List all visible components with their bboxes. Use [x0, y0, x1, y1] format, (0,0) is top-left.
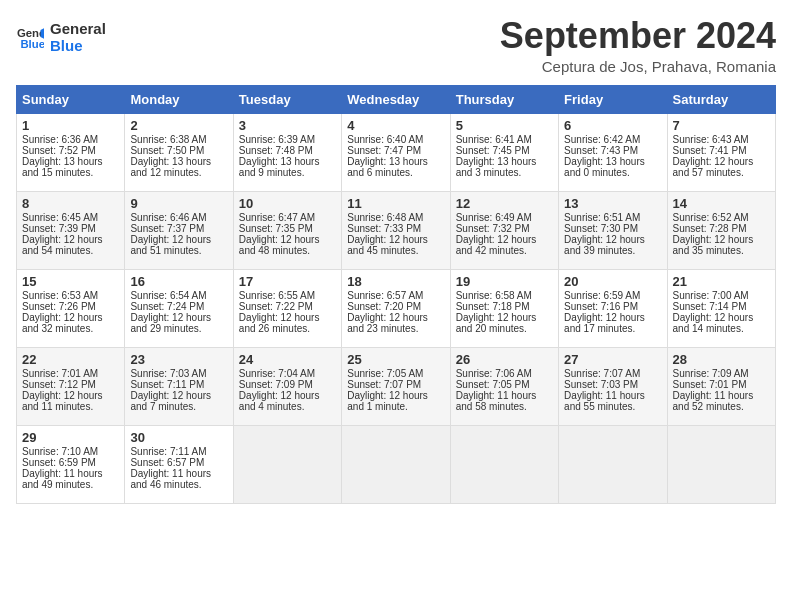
day-number: 28 — [673, 352, 770, 367]
table-cell — [450, 425, 558, 503]
day-number: 11 — [347, 196, 444, 211]
table-cell: 15Sunrise: 6:53 AMSunset: 7:26 PMDayligh… — [17, 269, 125, 347]
day-info: Sunrise: 6:58 AM — [456, 290, 553, 301]
day-info: Daylight: 12 hours — [130, 312, 227, 323]
day-info: Sunrise: 7:03 AM — [130, 368, 227, 379]
day-info: and 48 minutes. — [239, 245, 336, 256]
table-cell: 6Sunrise: 6:42 AMSunset: 7:43 PMDaylight… — [559, 113, 667, 191]
day-info: Daylight: 12 hours — [673, 312, 770, 323]
day-info: Sunrise: 7:01 AM — [22, 368, 119, 379]
table-cell: 12Sunrise: 6:49 AMSunset: 7:32 PMDayligh… — [450, 191, 558, 269]
day-info: Daylight: 13 hours — [239, 156, 336, 167]
day-info: Sunrise: 6:36 AM — [22, 134, 119, 145]
day-number: 19 — [456, 274, 553, 289]
day-info: Sunrise: 6:52 AM — [673, 212, 770, 223]
day-info: and 20 minutes. — [456, 323, 553, 334]
day-info: Sunset: 7:26 PM — [22, 301, 119, 312]
table-cell: 26Sunrise: 7:06 AMSunset: 7:05 PMDayligh… — [450, 347, 558, 425]
day-number: 9 — [130, 196, 227, 211]
day-info: Sunrise: 7:06 AM — [456, 368, 553, 379]
table-row: 15Sunrise: 6:53 AMSunset: 7:26 PMDayligh… — [17, 269, 776, 347]
day-info: Daylight: 12 hours — [22, 390, 119, 401]
table-cell: 18Sunrise: 6:57 AMSunset: 7:20 PMDayligh… — [342, 269, 450, 347]
table-cell: 2Sunrise: 6:38 AMSunset: 7:50 PMDaylight… — [125, 113, 233, 191]
table-cell: 25Sunrise: 7:05 AMSunset: 7:07 PMDayligh… — [342, 347, 450, 425]
header-row: Sunday Monday Tuesday Wednesday Thursday… — [17, 85, 776, 113]
day-info: Sunset: 7:28 PM — [673, 223, 770, 234]
table-row: 22Sunrise: 7:01 AMSunset: 7:12 PMDayligh… — [17, 347, 776, 425]
day-info: Sunrise: 6:41 AM — [456, 134, 553, 145]
day-number: 12 — [456, 196, 553, 211]
day-info: Sunset: 7:48 PM — [239, 145, 336, 156]
day-info: Sunset: 7:18 PM — [456, 301, 553, 312]
day-info: Sunset: 7:20 PM — [347, 301, 444, 312]
day-info: Daylight: 12 hours — [673, 156, 770, 167]
day-info: Sunset: 7:52 PM — [22, 145, 119, 156]
day-number: 18 — [347, 274, 444, 289]
table-cell — [559, 425, 667, 503]
day-info: and 52 minutes. — [673, 401, 770, 412]
table-cell: 14Sunrise: 6:52 AMSunset: 7:28 PMDayligh… — [667, 191, 775, 269]
table-row: 29Sunrise: 7:10 AMSunset: 6:59 PMDayligh… — [17, 425, 776, 503]
day-info: Daylight: 12 hours — [22, 234, 119, 245]
day-info: Sunset: 7:14 PM — [673, 301, 770, 312]
day-info: Daylight: 12 hours — [130, 390, 227, 401]
logo-line1: General — [50, 20, 106, 37]
day-info: and 39 minutes. — [564, 245, 661, 256]
table-cell: 8Sunrise: 6:45 AMSunset: 7:39 PMDaylight… — [17, 191, 125, 269]
day-number: 20 — [564, 274, 661, 289]
table-cell: 3Sunrise: 6:39 AMSunset: 7:48 PMDaylight… — [233, 113, 341, 191]
table-cell: 27Sunrise: 7:07 AMSunset: 7:03 PMDayligh… — [559, 347, 667, 425]
day-info: Daylight: 11 hours — [130, 468, 227, 479]
table-cell: 20Sunrise: 6:59 AMSunset: 7:16 PMDayligh… — [559, 269, 667, 347]
day-number: 29 — [22, 430, 119, 445]
day-info: and 23 minutes. — [347, 323, 444, 334]
calendar-table: Sunday Monday Tuesday Wednesday Thursday… — [16, 85, 776, 504]
day-info: Daylight: 12 hours — [564, 312, 661, 323]
day-info: Daylight: 12 hours — [673, 234, 770, 245]
day-info: Sunrise: 7:00 AM — [673, 290, 770, 301]
table-cell: 5Sunrise: 6:41 AMSunset: 7:45 PMDaylight… — [450, 113, 558, 191]
day-info: and 57 minutes. — [673, 167, 770, 178]
day-info: Sunrise: 6:48 AM — [347, 212, 444, 223]
day-info: Sunrise: 7:10 AM — [22, 446, 119, 457]
day-info: Daylight: 12 hours — [564, 234, 661, 245]
day-info: Daylight: 12 hours — [456, 312, 553, 323]
day-info: Daylight: 12 hours — [347, 390, 444, 401]
day-info: and 26 minutes. — [239, 323, 336, 334]
day-info: and 0 minutes. — [564, 167, 661, 178]
day-number: 4 — [347, 118, 444, 133]
col-thursday: Thursday — [450, 85, 558, 113]
day-number: 27 — [564, 352, 661, 367]
table-cell: 22Sunrise: 7:01 AMSunset: 7:12 PMDayligh… — [17, 347, 125, 425]
day-info: Sunrise: 7:07 AM — [564, 368, 661, 379]
table-cell: 24Sunrise: 7:04 AMSunset: 7:09 PMDayligh… — [233, 347, 341, 425]
table-row: 8Sunrise: 6:45 AMSunset: 7:39 PMDaylight… — [17, 191, 776, 269]
table-cell: 1Sunrise: 6:36 AMSunset: 7:52 PMDaylight… — [17, 113, 125, 191]
day-info: and 51 minutes. — [130, 245, 227, 256]
day-info: Sunset: 7:33 PM — [347, 223, 444, 234]
day-info: Sunset: 7:01 PM — [673, 379, 770, 390]
day-info: and 55 minutes. — [564, 401, 661, 412]
table-cell — [342, 425, 450, 503]
day-info: Sunrise: 6:45 AM — [22, 212, 119, 223]
day-number: 3 — [239, 118, 336, 133]
day-info: Daylight: 12 hours — [239, 234, 336, 245]
day-info: and 9 minutes. — [239, 167, 336, 178]
table-cell: 4Sunrise: 6:40 AMSunset: 7:47 PMDaylight… — [342, 113, 450, 191]
day-info: Sunset: 7:07 PM — [347, 379, 444, 390]
day-number: 23 — [130, 352, 227, 367]
day-info: Sunset: 7:41 PM — [673, 145, 770, 156]
table-cell: 19Sunrise: 6:58 AMSunset: 7:18 PMDayligh… — [450, 269, 558, 347]
day-info: Daylight: 12 hours — [347, 312, 444, 323]
day-info: Daylight: 13 hours — [22, 156, 119, 167]
day-info: and 14 minutes. — [673, 323, 770, 334]
day-number: 6 — [564, 118, 661, 133]
day-info: Daylight: 12 hours — [239, 390, 336, 401]
day-info: and 7 minutes. — [130, 401, 227, 412]
day-info: Sunset: 7:05 PM — [456, 379, 553, 390]
day-info: Daylight: 12 hours — [22, 312, 119, 323]
table-cell: 30Sunrise: 7:11 AMSunset: 6:57 PMDayligh… — [125, 425, 233, 503]
day-info: and 58 minutes. — [456, 401, 553, 412]
day-number: 22 — [22, 352, 119, 367]
